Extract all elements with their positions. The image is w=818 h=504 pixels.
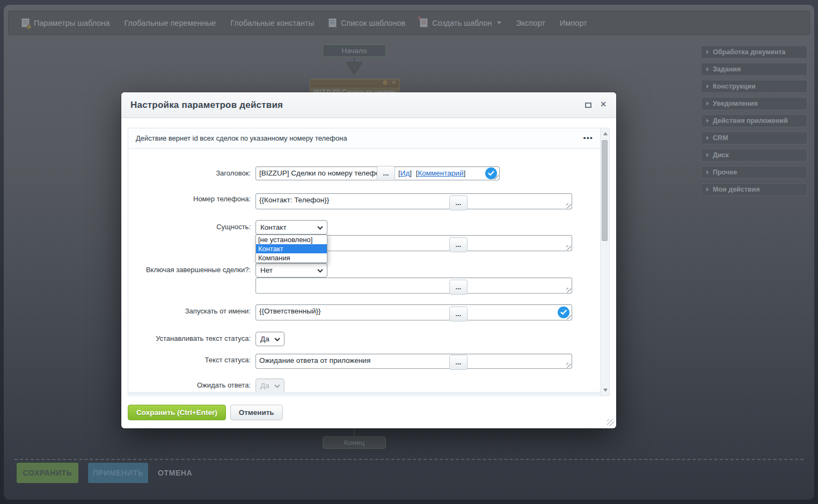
page-bottom-bar: СОХРАНИТЬ ПРИМЕНИТЬ ОТМЕНА (17, 463, 192, 483)
form-row-status-text: Текст статуса: Ожидание ответа от прилож… (128, 354, 600, 371)
entity-select-value: Контакт (260, 223, 287, 231)
chevron-right-icon (706, 170, 709, 174)
sidebar-item-label: CRM (713, 134, 728, 142)
caret-down-icon (497, 21, 501, 24)
wait-reply-label: Ожидать ответа: (128, 381, 251, 389)
close-icon[interactable]: ✕ (600, 100, 607, 108)
comment-link[interactable]: Комментарий (418, 169, 463, 177)
dropdown-option-company[interactable]: Компания (256, 253, 327, 262)
closed-expression-dots-button[interactable]: ... (449, 280, 468, 295)
toolbar-item-template-params[interactable]: Параметры шаблона (21, 18, 109, 27)
flow-start-label: Начало (341, 47, 367, 55)
entity-label: Сущность: (128, 223, 251, 231)
sidebar-item-label: Уведомления (713, 100, 758, 107)
form-row-closed-expression: ... (128, 277, 600, 296)
phone-dots-button[interactable]: ... (449, 195, 468, 210)
sidebar-item-notifications[interactable]: Уведомления (701, 97, 807, 110)
chevron-right-icon (706, 136, 709, 140)
set-status-label: Устанавливать текст статуса: (128, 334, 251, 342)
action-description-row: Действие вернет id всех сделок по указан… (129, 128, 600, 149)
set-status-select-value: Да (260, 335, 269, 343)
chevron-right-icon (706, 119, 709, 123)
sidebar-item-label: Задания (713, 65, 741, 73)
toolbar-item-label: Экспорт (516, 19, 545, 27)
closed-expression-input[interactable] (255, 277, 572, 294)
chevron-right-icon (706, 50, 709, 54)
chevron-right-icon (706, 67, 709, 71)
sidebar-item-disk[interactable]: Диск (701, 149, 807, 162)
dialog-titlebar[interactable]: Настройка параметров действия ✕ (121, 92, 616, 118)
title-dots-button[interactable]: ... (377, 166, 395, 181)
title-label: Заголовок: (128, 169, 251, 177)
toolbar-item-global-variables[interactable]: Глобальные переменные (124, 19, 216, 27)
set-status-select[interactable]: Да (255, 332, 284, 346)
sidebar-item-tasks[interactable]: Задания (701, 63, 807, 76)
template-toolbar: Параметры шаблона Глобальные переменные … (8, 11, 810, 35)
sidebar-item-label: Действия приложений (713, 117, 788, 125)
toolbar-item-template-list[interactable]: Список шаблонов (328, 18, 405, 27)
toolbar-item-label: Импорт (560, 19, 587, 27)
phone-input[interactable]: {{Контакт: Телефон}} (255, 193, 572, 209)
run-as-dots-button[interactable]: ... (449, 306, 468, 322)
sidebar-item-constructions[interactable]: Конструкции (701, 80, 807, 93)
dialog-resize-handle[interactable] (607, 419, 614, 426)
flow-activity-header: ⚙ ✕ (310, 79, 399, 87)
flow-connector-line (354, 428, 355, 437)
dialog-title: Настройка параметров действия (130, 100, 283, 111)
more-menu-icon[interactable]: ••• (583, 134, 593, 142)
dialog-scrollbar[interactable] (600, 128, 609, 396)
wait-reply-select-value: Да (260, 382, 269, 390)
scroll-up-icon[interactable] (603, 132, 608, 135)
entity-select[interactable]: Контакт (255, 220, 327, 235)
status-text-input[interactable]: Ожидание ответа от приложения (255, 354, 572, 369)
dropdown-option-not-set[interactable]: [не установлено] (256, 235, 327, 244)
sidebar-item-crm[interactable]: CRM (701, 132, 807, 144)
flow-end-label: Конец (344, 439, 364, 447)
scrollbar-thumb[interactable] (602, 140, 608, 241)
sidebar-item-app-actions[interactable]: Действия приложений (701, 114, 807, 127)
scroll-down-icon[interactable] (603, 389, 608, 392)
action-settings-dialog: Настройка параметров действия ✕ Действие… (121, 92, 616, 428)
include-closed-select[interactable]: Нет (255, 263, 327, 277)
dropdown-option-contact[interactable]: Контакт (256, 244, 327, 253)
toolbar-item-create-template[interactable]: Создать шаблон (420, 18, 501, 27)
chevron-right-icon (706, 153, 709, 157)
toolbar-item-import[interactable]: Импорт (560, 19, 587, 27)
page-cancel-button[interactable]: ОТМЕНА (158, 469, 192, 477)
dialog-footer: Сохранить (Ctrl+Enter) Отменить (128, 405, 283, 420)
dialog-save-button[interactable]: Сохранить (Ctrl+Enter) (128, 405, 226, 420)
form-row-entity: Сущность: Контакт (128, 220, 600, 236)
insert-links: [Ид] [Комментарий] (398, 169, 465, 177)
flow-arrow-down-icon (346, 62, 362, 75)
phone-label: Номер телефона: (128, 195, 251, 203)
status-text-label: Текст статуса: (128, 356, 251, 364)
sidebar-item-my-actions[interactable]: Мои действия (701, 183, 807, 196)
dialog-cancel-button[interactable]: Отменить (230, 405, 283, 420)
form-row-title: Заголовок: [BIZZUP] Сделки по номеру тел… (128, 166, 600, 184)
sidebar-item-other[interactable]: Прочее (701, 166, 807, 179)
toolbar-item-label: Глобальные переменные (124, 19, 216, 27)
app-window: Параметры шаблона Глобальные переменные … (0, 0, 818, 504)
panel-bottom-band (129, 392, 600, 395)
entity-expression-dots-button[interactable]: ... (449, 237, 468, 252)
chevron-down-icon (317, 226, 323, 230)
id-link[interactable]: Ид (400, 169, 410, 177)
toolbar-item-export[interactable]: Экспорт (516, 19, 545, 27)
run-as-input[interactable]: {{Ответственный}} (255, 304, 572, 320)
toolbar-item-global-constants[interactable]: Глобальные константы (230, 19, 314, 27)
flow-start-node[interactable]: Начало (323, 45, 386, 57)
flow-end-node[interactable]: Конец (323, 436, 386, 449)
page-save-button[interactable]: СОХРАНИТЬ (17, 463, 78, 483)
dialog-form-panel: Действие вернет id всех сделок по указан… (128, 128, 610, 396)
activity-delete-icon[interactable]: ✕ (392, 79, 396, 85)
activity-settings-icon[interactable]: ⚙ (382, 79, 388, 86)
action-description: Действие вернет id всех сделок по указан… (136, 134, 347, 142)
maximize-icon[interactable] (585, 103, 591, 108)
template-list-icon (328, 18, 337, 27)
sidebar-item-document-processing[interactable]: Обработка документа (701, 46, 807, 59)
chevron-down-icon (274, 384, 280, 388)
toolbar-item-label: Создать шаблон (432, 19, 492, 27)
status-text-dots-button[interactable]: ... (449, 355, 468, 370)
form-row-run-as: Запускать от имени: {{Ответственный}} ..… (128, 304, 600, 323)
page-apply-button[interactable]: ПРИМЕНИТЬ (88, 463, 148, 483)
